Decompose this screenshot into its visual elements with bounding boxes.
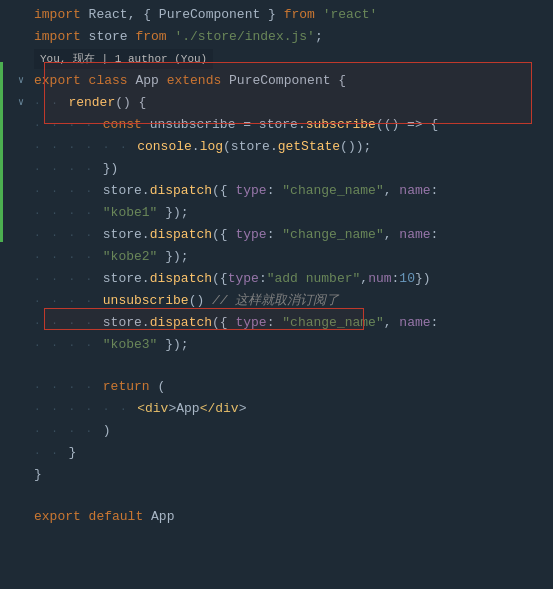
line-content: · · · · store.dispatch({ type: "change_n…: [30, 181, 553, 201]
line-content: · · · · "kobe2" });: [30, 247, 553, 267]
token-str: "kobe1": [103, 203, 158, 223]
code-line: · · · · const unsubscribe = store.subscr…: [0, 114, 553, 136]
indent-dots: · · · ·: [34, 203, 103, 223]
token-kw-export: export: [34, 507, 89, 527]
token-kw-from: from: [284, 5, 315, 25]
token-punct: });: [157, 203, 188, 223]
token-comment-zh: // 这样就取消订阅了: [212, 291, 339, 311]
token-punct: (): [189, 291, 212, 311]
token-punct: }): [103, 159, 119, 179]
token-punct: ({: [212, 269, 228, 289]
token-punct: .: [142, 313, 150, 333]
token-punct: {: [330, 71, 346, 91]
line-content: · · · · return (: [30, 377, 553, 397]
annotation-text: You, 现在 | 1 author (You): [34, 49, 213, 69]
token-punct: , {: [128, 5, 159, 25]
code-line: · · }: [0, 442, 553, 464]
token-kw-import: import: [34, 27, 89, 47]
token-punct: }: [68, 443, 76, 463]
token-fn: getState: [278, 137, 340, 157]
token-type-name: PureComponent: [229, 71, 330, 91]
indent-dots: · · · ·: [34, 247, 103, 267]
token-str: "change_name": [282, 181, 383, 201]
token-store-ref: store: [259, 115, 298, 135]
code-line: import React, { PureComponent } from 're…: [0, 4, 553, 26]
token-punct: >: [168, 399, 176, 419]
code-line: · · · · store.dispatch({ type: "change_n…: [0, 224, 553, 246]
indent-dots: · · · ·: [34, 421, 103, 441]
token-punct: :: [431, 225, 439, 245]
line-content: · · · · const unsubscribe = store.subscr…: [30, 115, 553, 135]
indent-dots: · · · ·: [34, 181, 103, 201]
token-punct: .: [192, 137, 200, 157]
token-punct: .: [298, 115, 306, 135]
line-content: · · render() {: [30, 93, 553, 113]
token-kw-return: return: [103, 377, 158, 397]
line-content: · · · · store.dispatch({ type: "change_n…: [30, 225, 553, 245]
token-str: './store/index.js': [174, 27, 314, 47]
code-line: [0, 486, 553, 506]
code-line: · · · · store.dispatch({ type: "change_n…: [0, 312, 553, 334]
token-punct: :: [267, 225, 283, 245]
token-punct: (: [223, 137, 231, 157]
code-line: · · · · · · console.log(store.getState()…: [0, 136, 553, 158]
token-punct: (: [157, 377, 165, 397]
token-punct: App: [176, 399, 199, 419]
indent-dots: · ·: [34, 443, 68, 463]
token-fn: dispatch: [150, 313, 212, 333]
token-punct: }: [260, 5, 283, 25]
code-line: · · · · store.dispatch({ type: "change_n…: [0, 180, 553, 202]
token-punct: ({: [212, 225, 235, 245]
code-line: · · · · "kobe1" });: [0, 202, 553, 224]
token-punct: :: [267, 181, 283, 201]
token-key-name: num: [368, 269, 391, 289]
indent-dots: · · · ·: [34, 313, 103, 333]
token-punct: ,: [384, 181, 400, 201]
token-punct: [315, 5, 323, 25]
token-kw-export: export: [34, 71, 89, 91]
token-punct: :: [267, 313, 283, 333]
indent-dots: · · · ·: [34, 291, 103, 311]
token-punct: :: [392, 269, 400, 289]
line-content: · · · · }): [30, 159, 553, 179]
code-line: [0, 356, 553, 376]
code-line: · · · · "kobe2" });: [0, 246, 553, 268]
token-store-ref: store: [103, 313, 142, 333]
code-line: }: [0, 464, 553, 486]
token-punct: :: [431, 313, 439, 333]
token-key-name: type: [235, 181, 266, 201]
token-fn: dispatch: [150, 181, 212, 201]
token-fn: subscribe: [306, 115, 376, 135]
token-punct: .: [142, 181, 150, 201]
token-punct: .: [142, 269, 150, 289]
token-str: "change_name": [282, 225, 383, 245]
token-key-name: name: [399, 225, 430, 245]
code-line: · · · · "kobe3" });: [0, 334, 553, 356]
indent-dots: · · · ·: [34, 269, 103, 289]
token-punct: ());: [340, 137, 371, 157]
token-fn: render: [68, 93, 115, 113]
line-gutter: ∨: [0, 93, 30, 113]
line-content: · · · · store.dispatch({type:"add number…: [30, 269, 553, 289]
token-jsx-tag: </div: [200, 399, 239, 419]
token-var-name: store: [89, 27, 128, 47]
token-punct: :: [431, 181, 439, 201]
token-fn: console: [137, 137, 192, 157]
token-str: 'react': [323, 5, 378, 25]
indent-dots: · · · ·: [34, 159, 103, 179]
token-store-ref: store: [103, 181, 142, 201]
token-punct: :: [259, 269, 267, 289]
token-fn: dispatch: [150, 269, 212, 289]
code-line: · · · · unsubscribe() // 这样就取消订阅了: [0, 290, 553, 312]
token-store-ref: store: [103, 225, 142, 245]
token-kw-const: const: [103, 115, 150, 135]
token-class-name: App: [135, 71, 166, 91]
line-content: }: [30, 465, 553, 485]
token-kw-import: import: [34, 5, 89, 25]
token-punct: ,: [360, 269, 368, 289]
token-num: 10: [399, 269, 415, 289]
line-content: export class App extends PureComponent {: [30, 71, 553, 91]
line-gutter: ∨: [0, 71, 30, 91]
indent-dots: · · · ·: [34, 335, 103, 355]
code-line: ∨export class App extends PureComponent …: [0, 70, 553, 92]
